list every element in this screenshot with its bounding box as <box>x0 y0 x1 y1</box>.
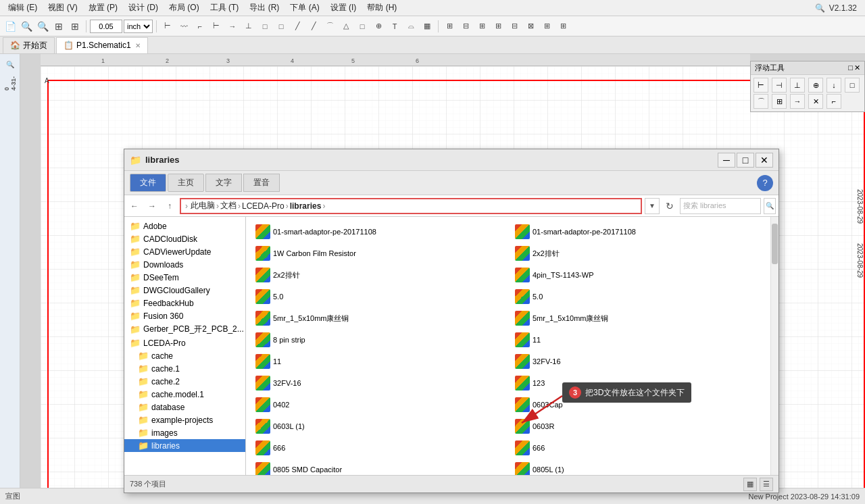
new-btn[interactable]: 📄 <box>3 19 18 34</box>
tree-item-cache[interactable]: 📁 cache <box>124 349 245 362</box>
tree-item-cadviewer[interactable]: 📁 CADViewerUpdate <box>124 245 245 258</box>
fp-btn-11[interactable]: ⌐ <box>826 94 841 109</box>
dialog-close-btn[interactable]: ✕ <box>756 153 773 168</box>
addr-dropdown-btn[interactable]: ▼ <box>645 198 660 214</box>
list-item-carbon[interactable]: 1W Carbon Film Resistor <box>251 244 508 263</box>
fp-btn-1[interactable]: ⊢ <box>753 78 768 93</box>
fp-btn-9[interactable]: → <box>790 94 805 109</box>
fp-btn-5[interactable]: ↓ <box>826 78 841 93</box>
addr-part-4[interactable]: libraries <box>290 201 322 211</box>
tab-close-btn[interactable]: ✕ <box>135 42 141 49</box>
menu-item-export[interactable]: 导出 (R) <box>244 1 285 15</box>
list-item-smart2[interactable]: 01-smart-adaptor-pe-20171108 <box>511 222 768 241</box>
detail-view-btn[interactable]: ☰ <box>760 478 773 491</box>
list-item-11a[interactable]: 11 <box>511 330 768 349</box>
rtool-6[interactable]: ⊠ <box>523 19 538 34</box>
tool-5[interactable]: → <box>225 19 240 34</box>
tool-14[interactable]: ⊕ <box>371 19 386 34</box>
list-item-0805smd[interactable]: 0805 SMD Capacitor <box>251 460 508 475</box>
tree-item-fusion[interactable]: 📁 Fusion 360 <box>124 309 245 322</box>
list-item-32fv16b[interactable]: 32FV-16 <box>251 374 508 393</box>
tree-item-gerber[interactable]: 📁 Gerber_PCB_开2_PCB_2... <box>124 322 245 336</box>
list-item-8pin[interactable]: 8 pin strip <box>251 330 508 349</box>
search-icon[interactable]: 🔍 <box>815 3 825 13</box>
menu-item-tools[interactable]: 工具 (T) <box>205 1 245 15</box>
forward-btn[interactable]: → <box>145 199 159 213</box>
rtool-7[interactable]: ⊞ <box>539 19 554 34</box>
fp-btn-10[interactable]: ✕ <box>808 94 823 109</box>
zoom-out-btn[interactable]: 🔍 <box>19 19 34 34</box>
tool-4[interactable]: ⊢ <box>209 19 224 34</box>
dialog-char-2[interactable]: 置音 <box>243 174 280 192</box>
list-item-50a[interactable]: 5.0 <box>251 287 508 306</box>
tool-11[interactable]: ⌒ <box>322 19 337 34</box>
tree-item-downloads[interactable]: 📁 Downloads <box>124 258 245 271</box>
list-item-0805l[interactable]: 0805L (1) <box>511 460 768 475</box>
fp-btn-2[interactable]: ⊣ <box>772 78 787 93</box>
tree-item-feedback[interactable]: 📁 FeedbackHub <box>124 297 245 309</box>
tool-2[interactable]: 〰 <box>176 19 191 34</box>
addr-part-3[interactable]: LCEDA-Pro <box>242 201 285 211</box>
menu-item-help[interactable]: 帮助 (H) <box>362 1 402 15</box>
list-view-btn[interactable]: ▦ <box>743 478 757 491</box>
menu-item-view[interactable]: 视图 (V) <box>43 1 82 15</box>
list-item-2x2a[interactable]: 2x2排针 <box>511 244 768 263</box>
tool-13[interactable]: □ <box>355 19 370 34</box>
list-item-smart1[interactable]: 01-smart-adaptor-pe-20171108 <box>251 222 508 241</box>
dialog-tab-file[interactable]: 文件 <box>130 174 166 192</box>
menu-item-design[interactable]: 设计 (D) <box>123 1 164 15</box>
left-tool-1[interactable]: 🔍 <box>3 57 18 72</box>
tree-item-images[interactable]: 📁 images <box>124 426 245 439</box>
rtool-1[interactable]: ⊞ <box>442 19 457 34</box>
fp-btn-6[interactable]: □ <box>845 78 860 93</box>
tool-12[interactable]: △ <box>339 19 353 34</box>
grid-btn[interactable]: ⊞ <box>68 19 82 34</box>
up-btn[interactable]: ↑ <box>162 199 177 213</box>
tool-1[interactable]: ⊢ <box>160 19 175 34</box>
addr-part-2[interactable]: 文档 <box>220 200 237 211</box>
rtool-3[interactable]: ⊞ <box>474 19 489 34</box>
list-item-0402[interactable]: 0402 <box>251 395 508 414</box>
tab-home[interactable]: 🏠 开始页 <box>3 37 55 53</box>
tool-10[interactable]: ╱ <box>306 19 321 34</box>
list-item-32fv16a[interactable]: 32FV-16 <box>511 352 768 371</box>
fit-btn[interactable]: ⊞ <box>51 19 66 34</box>
float-panel-expand[interactable]: □ <box>848 64 853 72</box>
menu-item-settings[interactable]: 设置 (I) <box>325 1 362 15</box>
dialog-maximize-btn[interactable]: □ <box>737 153 754 168</box>
fp-btn-3[interactable]: ⊥ <box>790 78 805 93</box>
list-item-50b[interactable]: 5.0 <box>511 287 768 306</box>
rtool-5[interactable]: ⊟ <box>507 19 522 34</box>
rtool-4[interactable]: ⊞ <box>491 19 505 34</box>
zoom-in-btn[interactable]: 🔍 <box>35 19 50 34</box>
menu-item-edit[interactable]: 编辑 (E) <box>3 1 43 15</box>
tree-item-examples[interactable]: 📁 example-projects <box>124 413 245 426</box>
list-item-666a[interactable]: 666 <box>251 438 508 457</box>
list-item-666b[interactable]: 666 <box>511 438 768 457</box>
back-btn[interactable]: ← <box>127 199 142 213</box>
list-item-11b[interactable]: 11 <box>251 352 508 371</box>
unit-select[interactable]: inch mm <box>124 20 153 33</box>
vertical-scrollbar[interactable] <box>770 217 778 475</box>
tool-3[interactable]: ⌐ <box>193 19 207 34</box>
list-item-5mr-b[interactable]: 5mr_1_5x10mm康丝铜 <box>511 309 768 328</box>
tree-item-database[interactable]: 📁 database <box>124 401 245 413</box>
search-icon-btn[interactable]: 🔍 <box>764 198 776 214</box>
float-panel-close[interactable]: ✕ <box>854 64 860 72</box>
menu-item-place[interactable]: 放置 (P) <box>83 1 123 15</box>
tool-9[interactable]: ╱ <box>290 19 305 34</box>
tool-7[interactable]: □ <box>257 19 272 34</box>
tree-item-lceda[interactable]: 📁 LCEDA-Pro <box>124 336 245 349</box>
search-box[interactable]: 搜索 libraries <box>680 198 761 214</box>
addr-refresh-btn[interactable]: ↻ <box>662 199 677 213</box>
rtool-2[interactable]: ⊟ <box>458 19 473 34</box>
tool-8[interactable]: □ <box>274 19 289 34</box>
tree-item-libraries[interactable]: 📁 libraries <box>124 439 245 452</box>
rtool-8[interactable]: ⊞ <box>555 19 570 34</box>
tree-item-adobe[interactable]: 📁 Adobe <box>124 220 245 232</box>
tree-item-dseetem[interactable]: 📁 DSeeTem <box>124 271 245 284</box>
grid-value-input[interactable] <box>90 20 122 33</box>
list-item-4pin[interactable]: 4pin_TS-1143-WP <box>511 266 768 284</box>
dialog-char-1[interactable]: 文字 <box>205 174 242 192</box>
dialog-minimize-btn[interactable]: ─ <box>718 153 735 168</box>
